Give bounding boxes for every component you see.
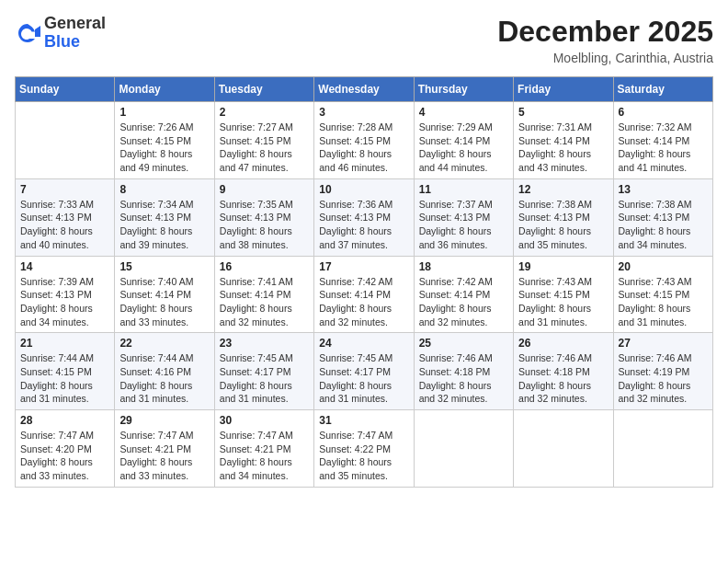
- calendar-cell: 5Sunrise: 7:31 AM Sunset: 4:14 PM Daylig…: [514, 102, 613, 179]
- day-number: 11: [419, 183, 508, 196]
- day-info: Sunrise: 7:27 AM Sunset: 4:15 PM Dayligh…: [220, 121, 309, 175]
- day-number: 28: [20, 414, 109, 427]
- day-number: 5: [518, 106, 608, 119]
- day-info: Sunrise: 7:43 AM Sunset: 4:15 PM Dayligh…: [518, 275, 608, 329]
- weekday-header: Friday: [514, 77, 613, 102]
- day-number: 13: [619, 183, 708, 196]
- day-number: 7: [20, 183, 109, 196]
- day-info: Sunrise: 7:46 AM Sunset: 4:18 PM Dayligh…: [419, 351, 508, 406]
- day-number: 24: [319, 337, 408, 350]
- calendar-cell: 29Sunrise: 7:47 AM Sunset: 4:21 PM Dayli…: [115, 410, 214, 488]
- day-number: 20: [619, 260, 708, 273]
- day-number: 3: [319, 106, 408, 119]
- calendar-cell: 26Sunrise: 7:46 AM Sunset: 4:18 PM Dayli…: [514, 333, 613, 410]
- day-number: 17: [319, 260, 408, 273]
- calendar-cell: 1Sunrise: 7:26 AM Sunset: 4:15 PM Daylig…: [115, 102, 214, 179]
- day-info: Sunrise: 7:47 AM Sunset: 4:22 PM Dayligh…: [319, 429, 408, 483]
- day-number: 18: [419, 260, 508, 273]
- day-number: 4: [419, 106, 508, 119]
- calendar-cell: [613, 410, 712, 488]
- calendar-cell: 15Sunrise: 7:40 AM Sunset: 4:14 PM Dayli…: [115, 256, 214, 333]
- calendar-week-row: 21Sunrise: 7:44 AM Sunset: 4:15 PM Dayli…: [16, 333, 713, 410]
- calendar-cell: 30Sunrise: 7:47 AM Sunset: 4:21 PM Dayli…: [214, 410, 313, 488]
- logo-general-text: General: [44, 14, 106, 32]
- day-info: Sunrise: 7:38 AM Sunset: 4:13 PM Dayligh…: [518, 198, 608, 252]
- day-number: 29: [119, 414, 209, 427]
- day-number: 23: [220, 337, 309, 350]
- day-info: Sunrise: 7:32 AM Sunset: 4:14 PM Dayligh…: [619, 121, 708, 175]
- day-number: 26: [518, 337, 608, 350]
- calendar-week-row: 28Sunrise: 7:47 AM Sunset: 4:20 PM Dayli…: [16, 410, 713, 488]
- calendar-cell: [16, 102, 115, 179]
- calendar-cell: 27Sunrise: 7:46 AM Sunset: 4:19 PM Dayli…: [613, 333, 712, 410]
- calendar-table: SundayMondayTuesdayWednesdayThursdayFrid…: [15, 76, 713, 488]
- location-subtitle: Moelbling, Carinthia, Austria: [497, 51, 713, 65]
- day-number: 21: [20, 337, 109, 350]
- day-info: Sunrise: 7:26 AM Sunset: 4:15 PM Dayligh…: [119, 121, 209, 175]
- day-info: Sunrise: 7:43 AM Sunset: 4:15 PM Dayligh…: [619, 275, 708, 329]
- calendar-cell: 11Sunrise: 7:37 AM Sunset: 4:13 PM Dayli…: [414, 178, 513, 256]
- day-number: 14: [20, 260, 109, 273]
- weekday-header: Sunday: [16, 77, 115, 102]
- day-number: 12: [518, 183, 608, 196]
- calendar-cell: 16Sunrise: 7:41 AM Sunset: 4:14 PM Dayli…: [214, 256, 313, 333]
- calendar-cell: 12Sunrise: 7:38 AM Sunset: 4:13 PM Dayli…: [514, 178, 613, 256]
- day-number: 1: [119, 106, 209, 119]
- calendar-cell: 13Sunrise: 7:38 AM Sunset: 4:13 PM Dayli…: [613, 178, 712, 256]
- day-info: Sunrise: 7:42 AM Sunset: 4:14 PM Dayligh…: [319, 275, 408, 329]
- logo: General Blue: [15, 15, 106, 52]
- day-number: 25: [419, 337, 508, 350]
- day-info: Sunrise: 7:36 AM Sunset: 4:13 PM Dayligh…: [319, 198, 408, 252]
- calendar-cell: 18Sunrise: 7:42 AM Sunset: 4:14 PM Dayli…: [414, 256, 513, 333]
- day-number: 9: [220, 183, 309, 196]
- calendar-cell: 2Sunrise: 7:27 AM Sunset: 4:15 PM Daylig…: [214, 102, 313, 179]
- day-info: Sunrise: 7:41 AM Sunset: 4:14 PM Dayligh…: [220, 275, 309, 329]
- calendar-cell: 3Sunrise: 7:28 AM Sunset: 4:15 PM Daylig…: [314, 102, 414, 179]
- calendar-cell: 24Sunrise: 7:45 AM Sunset: 4:17 PM Dayli…: [314, 333, 414, 410]
- calendar-cell: 7Sunrise: 7:33 AM Sunset: 4:13 PM Daylig…: [16, 178, 115, 256]
- day-info: Sunrise: 7:28 AM Sunset: 4:15 PM Dayligh…: [319, 121, 408, 175]
- calendar-cell: 20Sunrise: 7:43 AM Sunset: 4:15 PM Dayli…: [613, 256, 712, 333]
- day-info: Sunrise: 7:45 AM Sunset: 4:17 PM Dayligh…: [220, 351, 309, 406]
- calendar-cell: 19Sunrise: 7:43 AM Sunset: 4:15 PM Dayli…: [514, 256, 613, 333]
- day-number: 19: [518, 260, 608, 273]
- day-info: Sunrise: 7:39 AM Sunset: 4:13 PM Dayligh…: [20, 275, 109, 329]
- calendar-cell: 8Sunrise: 7:34 AM Sunset: 4:13 PM Daylig…: [115, 178, 214, 256]
- weekday-header: Tuesday: [214, 77, 313, 102]
- day-number: 16: [220, 260, 309, 273]
- calendar-cell: 22Sunrise: 7:44 AM Sunset: 4:16 PM Dayli…: [115, 333, 214, 410]
- day-info: Sunrise: 7:45 AM Sunset: 4:17 PM Dayligh…: [319, 351, 408, 406]
- day-number: 27: [619, 337, 708, 350]
- title-block: December 2025 Moelbling, Carinthia, Aust…: [497, 15, 713, 65]
- page-header: General Blue December 2025 Moelbling, Ca…: [15, 15, 713, 65]
- day-info: Sunrise: 7:37 AM Sunset: 4:13 PM Dayligh…: [419, 198, 508, 252]
- calendar-cell: 21Sunrise: 7:44 AM Sunset: 4:15 PM Dayli…: [16, 333, 115, 410]
- calendar-cell: 23Sunrise: 7:45 AM Sunset: 4:17 PM Dayli…: [214, 333, 313, 410]
- calendar-cell: 31Sunrise: 7:47 AM Sunset: 4:22 PM Dayli…: [314, 410, 414, 488]
- calendar-cell: 4Sunrise: 7:29 AM Sunset: 4:14 PM Daylig…: [414, 102, 513, 179]
- day-info: Sunrise: 7:46 AM Sunset: 4:18 PM Dayligh…: [518, 351, 608, 406]
- day-info: Sunrise: 7:44 AM Sunset: 4:15 PM Dayligh…: [20, 351, 109, 406]
- calendar-week-row: 1Sunrise: 7:26 AM Sunset: 4:15 PM Daylig…: [16, 102, 713, 179]
- calendar-cell: 6Sunrise: 7:32 AM Sunset: 4:14 PM Daylig…: [613, 102, 712, 179]
- day-number: 8: [119, 183, 209, 196]
- weekday-header: Wednesday: [314, 77, 414, 102]
- weekday-header: Saturday: [613, 77, 712, 102]
- calendar-cell: [414, 410, 513, 488]
- day-info: Sunrise: 7:47 AM Sunset: 4:21 PM Dayligh…: [220, 429, 309, 483]
- day-number: 31: [319, 414, 408, 427]
- calendar-header-row: SundayMondayTuesdayWednesdayThursdayFrid…: [16, 77, 713, 102]
- calendar-cell: 10Sunrise: 7:36 AM Sunset: 4:13 PM Dayli…: [314, 178, 414, 256]
- calendar-cell: [514, 410, 613, 488]
- calendar-week-row: 7Sunrise: 7:33 AM Sunset: 4:13 PM Daylig…: [16, 178, 713, 256]
- day-info: Sunrise: 7:34 AM Sunset: 4:13 PM Dayligh…: [119, 198, 209, 252]
- calendar-week-row: 14Sunrise: 7:39 AM Sunset: 4:13 PM Dayli…: [16, 256, 713, 333]
- day-info: Sunrise: 7:47 AM Sunset: 4:20 PM Dayligh…: [20, 429, 109, 483]
- day-info: Sunrise: 7:29 AM Sunset: 4:14 PM Dayligh…: [419, 121, 508, 175]
- day-info: Sunrise: 7:42 AM Sunset: 4:14 PM Dayligh…: [419, 275, 508, 329]
- month-title: December 2025: [497, 15, 713, 49]
- calendar-cell: 9Sunrise: 7:35 AM Sunset: 4:13 PM Daylig…: [214, 178, 313, 256]
- day-number: 15: [119, 260, 209, 273]
- calendar-cell: 25Sunrise: 7:46 AM Sunset: 4:18 PM Dayli…: [414, 333, 513, 410]
- logo-blue-text: Blue: [44, 32, 80, 51]
